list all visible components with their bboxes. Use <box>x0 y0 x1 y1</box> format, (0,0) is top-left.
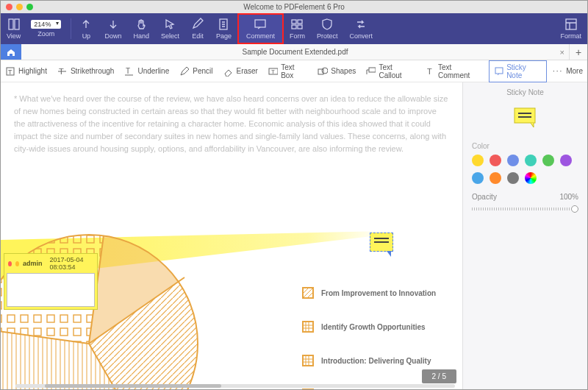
comment-button[interactable]: Comment <box>237 13 284 44</box>
color-swatch[interactable] <box>472 155 484 166</box>
select-icon <box>163 18 176 31</box>
note-timestamp: 2017-05-04 08:03:54 <box>49 256 93 271</box>
legend-item: From Improvement to Innovation <box>302 287 436 299</box>
strikethrough-button[interactable]: TStrikethrough <box>53 64 118 79</box>
main-toolbar: View 214% Zoom Up Down Hand Select Edit <box>1 13 587 44</box>
pencil-button[interactable]: Pencil <box>175 64 217 79</box>
legend-item: Introduction: Delivering Quality <box>302 355 436 366</box>
shapes-button[interactable]: Shapes <box>313 64 360 79</box>
color-swatch[interactable] <box>507 155 519 166</box>
horizontal-scrollbar[interactable] <box>15 384 455 388</box>
tab-close-button[interactable]: × <box>560 48 564 57</box>
sticky-note-annotation[interactable] <box>370 233 395 255</box>
tabstrip: Sample Document Extended.pdf × + <box>1 44 587 60</box>
window-title: Welcome to PDFelement 6 Pro <box>1 3 587 11</box>
edit-icon <box>191 18 204 31</box>
page-icon <box>217 18 230 31</box>
svg-text:T: T <box>126 67 130 75</box>
color-swatch[interactable] <box>525 155 537 166</box>
note-author: admin <box>23 260 43 267</box>
textbox-button[interactable]: TText Box <box>264 61 312 82</box>
edit-button[interactable]: Edit <box>185 13 210 44</box>
up-icon <box>79 18 93 31</box>
color-swatch[interactable] <box>507 172 519 184</box>
protect-icon <box>320 18 334 31</box>
popup-close-button[interactable] <box>8 261 12 266</box>
sticky-note-button[interactable]: Sticky Note <box>489 60 547 82</box>
legend-item: Outcomes and Impact <box>302 389 436 389</box>
underline-button[interactable]: TUnderline <box>120 64 173 79</box>
page-indicator: 2 / 5 <box>422 369 456 383</box>
text-comment-button[interactable]: TText Comment <box>421 61 487 82</box>
color-row-1 <box>463 152 587 169</box>
highlight-button[interactable]: THighlight <box>1 64 51 79</box>
custom-color-swatch[interactable] <box>525 172 537 184</box>
view-label: View <box>7 32 21 40</box>
home-icon <box>6 48 16 57</box>
popup-min-button[interactable] <box>15 261 19 266</box>
svg-rect-7 <box>298 25 302 29</box>
form-icon <box>290 18 304 31</box>
window-titlebar: Welcome to PDFelement 6 Pro <box>1 1 587 13</box>
svg-rect-0 <box>9 19 13 29</box>
zoom-select[interactable]: 214% Zoom <box>26 13 68 44</box>
svg-rect-3 <box>255 20 265 27</box>
body-paragraph: * What we've heard over the course of th… <box>1 82 462 155</box>
color-row-2 <box>463 169 587 187</box>
properties-panel: Sticky Note Color Opacity 100% <box>462 82 587 389</box>
svg-rect-1 <box>15 19 19 29</box>
svg-rect-4 <box>292 20 296 24</box>
color-label: Color <box>463 138 587 152</box>
svg-rect-8 <box>566 19 576 29</box>
tab-title: Sample Document Extended.pdf <box>243 48 348 56</box>
down-button[interactable]: Down <box>98 13 127 44</box>
color-swatch[interactable] <box>490 155 501 166</box>
up-button[interactable]: Up <box>74 13 98 44</box>
color-swatch[interactable] <box>490 172 501 184</box>
svg-point-18 <box>322 68 328 74</box>
opacity-label: Opacity <box>472 193 497 201</box>
svg-rect-6 <box>292 25 296 29</box>
text-callout-button[interactable]: Text Callout <box>362 61 420 82</box>
svg-rect-5 <box>298 20 302 24</box>
opacity-slider[interactable] <box>472 205 578 213</box>
form-button[interactable]: Form <box>284 13 311 44</box>
comment-toolbar: THighlight TStrikethrough TUnderline Pen… <box>1 60 587 82</box>
protect-button[interactable]: Protect <box>311 13 344 44</box>
hand-button[interactable]: Hand <box>127 13 155 44</box>
home-button[interactable] <box>1 44 21 60</box>
more-button[interactable]: ···More <box>548 65 587 77</box>
svg-text:T: T <box>8 68 12 76</box>
svg-rect-21 <box>495 68 503 74</box>
document-viewport[interactable]: * What we've heard over the course of th… <box>1 82 462 389</box>
zoom-label: Zoom <box>37 30 54 38</box>
document-tab[interactable]: Sample Document Extended.pdf × <box>21 44 570 60</box>
svg-text:T: T <box>427 67 432 76</box>
color-swatch[interactable] <box>472 172 484 184</box>
convert-button[interactable]: Convert <box>344 13 379 44</box>
svg-rect-19 <box>369 68 376 72</box>
svg-rect-17 <box>318 69 323 74</box>
sticky-preview-icon <box>463 102 587 138</box>
view-icon <box>7 18 21 31</box>
zoom-value[interactable]: 214% <box>31 20 61 29</box>
color-swatch[interactable] <box>560 155 572 166</box>
page-button[interactable]: Page <box>210 13 237 44</box>
eraser-button[interactable]: Eraser <box>218 64 262 79</box>
new-tab-button[interactable]: + <box>570 44 587 60</box>
opacity-value: 100% <box>559 193 578 201</box>
panel-title: Sticky Note <box>463 82 587 102</box>
select-button[interactable]: Select <box>155 13 185 44</box>
view-button[interactable]: View <box>1 13 26 44</box>
note-textarea[interactable] <box>7 273 95 307</box>
legend-item: Identify Growth Opportunities <box>302 321 436 333</box>
down-icon <box>107 18 120 31</box>
comment-icon <box>254 18 267 31</box>
format-button[interactable]: Format <box>554 13 587 44</box>
svg-text:T: T <box>271 68 275 75</box>
chart-legend: From Improvement to Innovation Identify … <box>302 287 436 389</box>
color-swatch[interactable] <box>542 155 554 166</box>
sticky-note-popup[interactable]: admin 2017-05-04 08:03:54 <box>4 253 98 310</box>
format-icon <box>564 18 578 31</box>
convert-icon <box>354 18 368 31</box>
